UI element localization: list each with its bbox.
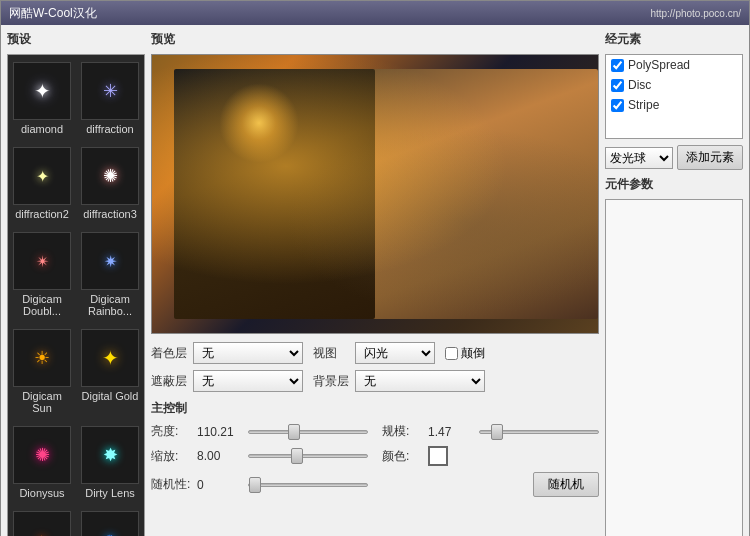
- color-layer-row: 着色层 无 视图 闪光 颠倒: [151, 342, 599, 364]
- preset-grid-wrapper: diamond diffraction diff: [7, 54, 145, 536]
- add-element-button[interactable]: 添加元素: [677, 145, 743, 170]
- preset-item-digicam-sun[interactable]: Digicam Sun: [8, 322, 76, 419]
- diamond-icon: [34, 79, 51, 103]
- params-label: 元件参数: [605, 176, 743, 193]
- disc-checkbox[interactable]: [611, 79, 624, 92]
- element-item-stripe[interactable]: Stripe: [606, 95, 742, 115]
- window-body: 预设 diamond: [1, 25, 749, 536]
- preset-item-diffraction[interactable]: diffraction: [76, 55, 144, 140]
- add-element-dropdown[interactable]: 发光球: [605, 147, 673, 169]
- zoom-value: 8.00: [197, 449, 242, 463]
- random-label: 随机性:: [151, 476, 191, 493]
- stripe-label: Stripe: [628, 98, 659, 112]
- flip-row: 颠倒: [445, 345, 485, 362]
- preset-item-diffraction3[interactable]: diffraction3: [76, 140, 144, 225]
- preset-thumb-diffraction2: [13, 147, 71, 205]
- random-button[interactable]: 随机机: [533, 472, 599, 497]
- color-label: 颜色:: [382, 448, 422, 465]
- titlebar-url: http://photo.poco.cn/: [650, 8, 741, 19]
- brightness-label: 亮度:: [151, 423, 191, 440]
- disc-label: Disc: [628, 78, 651, 92]
- color-layer-label: 着色层: [151, 345, 187, 362]
- digicam-doubl-icon: [36, 252, 49, 271]
- flip-checkbox[interactable]: [445, 347, 458, 360]
- digital-gold-icon: [102, 346, 119, 370]
- preset-thumb-diffraction: [81, 62, 139, 120]
- zoom-slider[interactable]: [248, 454, 368, 458]
- preset-thumb-discovery: [13, 511, 71, 536]
- random-row: 随机性: 0 随机机: [151, 472, 599, 497]
- scale-slider[interactable]: [479, 430, 599, 434]
- preset-item-distant[interactable]: Distant: [76, 504, 144, 536]
- element-item-polyspread[interactable]: PolySpread: [606, 55, 742, 75]
- stripe-checkbox[interactable]: [611, 99, 624, 112]
- params-area: [605, 199, 743, 536]
- window-title: 网酷W-Cool汉化: [9, 5, 97, 22]
- scale-label: 规模:: [382, 423, 422, 440]
- diffraction2-icon: [36, 167, 49, 186]
- element-item-disc[interactable]: Disc: [606, 75, 742, 95]
- preset-item-digicam-rainb[interactable]: Digicam Rainbo...: [76, 225, 144, 322]
- flip-label: 颠倒: [461, 345, 485, 362]
- polyspread-checkbox[interactable]: [611, 59, 624, 72]
- bg-dropdown[interactable]: 无: [355, 370, 485, 392]
- digicam-sun-icon: [34, 347, 50, 369]
- preset-item-digicam-doubl[interactable]: Digicam Doubl...: [8, 225, 76, 322]
- diffraction3-icon: [103, 165, 118, 187]
- controls-area: 着色层 无 视图 闪光 颠倒 遮蔽层: [151, 338, 599, 501]
- mask-label: 遮蔽层: [151, 373, 187, 390]
- view-label: 视图: [313, 345, 349, 362]
- mask-dropdown[interactable]: 无: [193, 370, 303, 392]
- distant-icon: [104, 532, 116, 536]
- random-value: 0: [197, 478, 242, 492]
- preset-item-dionysus[interactable]: Dionysus: [8, 419, 76, 504]
- random-slider[interactable]: [248, 483, 368, 487]
- add-element-row: 发光球 添加元素: [605, 145, 743, 170]
- preset-label-digicam-rainb: Digicam Rainbo...: [81, 293, 139, 317]
- preset-label-diffraction2: diffraction2: [15, 208, 69, 220]
- presets-label: 预设: [7, 31, 145, 48]
- elements-label: 经元素: [605, 31, 743, 48]
- left-panel: 预设 diamond: [7, 31, 145, 536]
- main-window: 网酷W-Cool汉化 http://photo.poco.cn/ 预设 diam…: [0, 0, 750, 536]
- preset-item-dirty-lens[interactable]: Dirty Lens: [76, 419, 144, 504]
- color-swatch[interactable]: [428, 446, 448, 466]
- preset-label-dionysus: Dionysus: [19, 487, 64, 499]
- preview-label: 预览: [151, 31, 599, 48]
- preset-grid: diamond diffraction diff: [8, 55, 144, 536]
- zoom-row: 缩放: 8.00 颜色:: [151, 446, 599, 466]
- preset-label-diffraction: diffraction: [86, 123, 134, 135]
- preset-thumb-dirty-lens: [81, 426, 139, 484]
- preset-label-diffraction3: diffraction3: [83, 208, 137, 220]
- preset-thumb-digicam-rainb: [81, 232, 139, 290]
- brightness-value: 110.21: [197, 425, 242, 439]
- right-panel: 经元素 PolySpread Disc Stripe: [605, 31, 743, 536]
- preview-image: [152, 55, 598, 333]
- titlebar-left: 网酷W-Cool汉化: [9, 5, 97, 22]
- discovery-icon: [36, 532, 48, 536]
- dirty-lens-icon: [103, 444, 118, 466]
- preset-thumb-digicam-doubl: [13, 232, 71, 290]
- preset-thumb-diffraction3: [81, 147, 139, 205]
- preset-thumb-distant: [81, 511, 139, 536]
- view-dropdown[interactable]: 闪光: [355, 342, 435, 364]
- color-layer-dropdown[interactable]: 无: [193, 342, 303, 364]
- main-control-title: 主控制: [151, 400, 599, 417]
- preset-item-diffraction2[interactable]: diffraction2: [8, 140, 76, 225]
- preview-area: [151, 54, 599, 334]
- diffraction-icon: [103, 80, 118, 102]
- preset-label-digicam-doubl: Digicam Doubl...: [13, 293, 71, 317]
- preset-item-discovery[interactable]: Discovery: [8, 504, 76, 536]
- brightness-slider[interactable]: [248, 430, 368, 434]
- preset-item-diamond[interactable]: diamond: [8, 55, 76, 140]
- element-list-wrapper: PolySpread Disc Stripe: [605, 54, 743, 139]
- titlebar: 网酷W-Cool汉化 http://photo.poco.cn/: [1, 1, 749, 25]
- preset-label-digicam-sun: Digicam Sun: [13, 390, 71, 414]
- polyspread-label: PolySpread: [628, 58, 690, 72]
- preset-thumb-dionysus: [13, 426, 71, 484]
- mask-row: 遮蔽层 无 背景层 无: [151, 370, 599, 392]
- dionysus-icon: [35, 444, 50, 466]
- preset-item-digital-gold[interactable]: Digital Gold: [76, 322, 144, 419]
- preview-overlay: [152, 55, 598, 333]
- middle-panel: 预览 着色层 无 视图 闪光: [151, 31, 599, 536]
